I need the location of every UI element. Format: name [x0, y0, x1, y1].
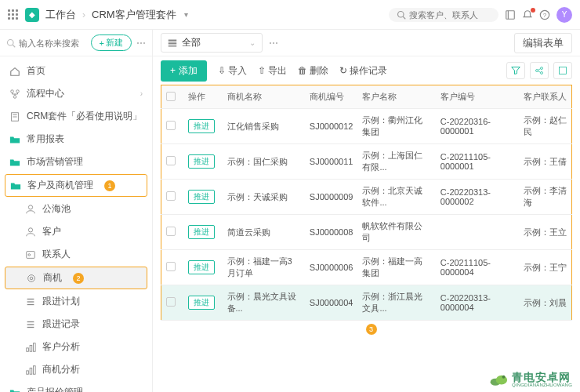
row-checkbox[interactable] [166, 227, 176, 236]
advance-button[interactable]: 推进 [188, 296, 215, 310]
advance-button[interactable]: 推进 [188, 260, 215, 274]
trash-icon: 🗑 [298, 65, 307, 76]
row-checkbox[interactable] [166, 262, 176, 271]
bell-icon[interactable] [522, 9, 533, 20]
view-more-icon[interactable]: ⋯ [269, 38, 278, 49]
cell-code: SJ0000006 [305, 250, 358, 285]
export-button[interactable]: ⇧导出 [258, 64, 287, 78]
svg-rect-28 [34, 343, 36, 351]
list-icon [25, 296, 36, 307]
advance-button[interactable]: 推进 [188, 190, 215, 204]
table-row[interactable]: 推进示例：国仁采购SJ0000011示例：上海国仁有限...C-20211105… [161, 144, 572, 180]
share-button[interactable] [530, 62, 549, 79]
sidebar-item-11[interactable]: 跟进记录 [0, 313, 152, 336]
apps-grid-icon[interactable] [8, 9, 19, 20]
sidebar-item-14[interactable]: 产品报价管理 [0, 381, 152, 392]
folder-icon [10, 180, 21, 191]
cell-code: SJ0000012 [305, 109, 358, 144]
sidebar-item-label: 跟进计划 [42, 295, 80, 308]
sidebar-item-9[interactable]: 商机2 [5, 267, 147, 289]
cell-name: 示例：国仁采购 [223, 144, 305, 180]
sidebar-search[interactable] [6, 38, 86, 48]
breadcrumb-current[interactable]: CRM客户管理套件 [92, 8, 176, 22]
list-icon [25, 319, 36, 330]
advance-button[interactable]: 推进 [188, 119, 215, 133]
sidebar-item-7[interactable]: 客户 [0, 220, 152, 243]
column-header[interactable]: 商机编号 [305, 85, 358, 109]
sidebar-item-label: 公海池 [42, 202, 71, 216]
cell-contact: 示例：李清海 [519, 180, 572, 215]
svg-point-14 [28, 205, 32, 209]
column-header[interactable]: 客户联系人 [519, 85, 572, 109]
help-icon[interactable]: ? [539, 9, 550, 20]
brand-label[interactable]: 工作台 [45, 8, 76, 22]
svg-point-6 [8, 39, 14, 45]
chart-icon [25, 365, 36, 376]
table-row[interactable]: 推进示例：天诚采购SJ0000009示例：北京天诚软件...C-20220313… [161, 180, 572, 215]
breadcrumb-separator: › [82, 9, 85, 20]
svg-point-42 [496, 376, 507, 385]
sidebar-item-12[interactable]: 客户分析 [0, 336, 152, 358]
sidebar-item-0[interactable]: 首页 [0, 60, 152, 82]
sidebar-item-3[interactable]: 常用报表 [0, 128, 152, 151]
table-row[interactable]: 推进示例：福建一高3月订单SJ0000006示例：福建一高集团C-2021110… [161, 250, 572, 285]
svg-point-9 [16, 89, 20, 93]
filter-button[interactable] [506, 62, 525, 79]
table-row[interactable]: 推进示例：晨光文具设备...SJ0000004示例：浙江晨光文具...C-202… [161, 285, 572, 321]
advance-button[interactable]: 推进 [188, 225, 215, 239]
column-header[interactable]: 商机名称 [223, 85, 305, 109]
edit-form-button[interactable]: 编辑表单 [514, 33, 572, 53]
table-row[interactable]: 推进简道云采购SJ0000008帆软软件有限公司示例：王立 [161, 215, 572, 250]
avatar[interactable]: Y [556, 7, 572, 23]
sidebar-item-5[interactable]: 客户及商机管理1 [5, 174, 147, 197]
sidebar-item-label: 常用报表 [27, 132, 64, 146]
svg-line-7 [13, 45, 15, 47]
chart-icon [25, 342, 36, 353]
log-button[interactable]: ↻操作记录 [339, 64, 387, 78]
table-row[interactable]: 推进江化销售采购SJ0000012示例：衢州江化集团C-20220316-000… [161, 109, 572, 144]
svg-rect-33 [169, 42, 177, 44]
column-header[interactable]: 客户编号 [436, 85, 519, 109]
sidebar-item-label: CRM套件「必看使用说明」 [27, 110, 142, 123]
sidebar-search-input[interactable] [19, 38, 82, 48]
list-view-icon [168, 38, 177, 48]
sidebar-item-10[interactable]: 跟进计划 [0, 290, 152, 313]
sidebar-item-2[interactable]: CRM套件「必看使用说明」 [0, 105, 152, 128]
contact-icon [25, 249, 36, 260]
chevron-down-icon[interactable]: ▾ [184, 10, 188, 19]
svg-rect-40 [560, 67, 567, 74]
sidebar-item-4[interactable]: 市场营销管理 [0, 151, 152, 173]
add-button[interactable]: +添加 [161, 60, 207, 82]
sidebar-item-label: 跟进记录 [42, 318, 80, 331]
row-checkbox[interactable] [166, 191, 176, 201]
cell-code: SJ0000008 [305, 215, 358, 250]
logo-icon: ◆ [25, 8, 39, 22]
checkbox-all[interactable] [166, 92, 176, 101]
row-checkbox[interactable] [166, 156, 176, 165]
sidebar-item-13[interactable]: 商机分析 [0, 358, 152, 381]
sidebar-item-6[interactable]: 公海池 [0, 198, 152, 220]
sidebar-item-label: 产品报价管理 [27, 386, 83, 392]
row-checkbox[interactable] [166, 297, 176, 307]
global-search[interactable] [389, 8, 498, 22]
cell-name: 示例：晨光文具设备... [223, 285, 305, 321]
more-icon[interactable]: ⋯ [136, 38, 146, 49]
column-header[interactable]: 操作 [183, 85, 223, 109]
global-search-input[interactable] [409, 10, 488, 20]
svg-point-18 [28, 274, 35, 281]
sidebar-item-1[interactable]: 流程中心› [0, 82, 152, 105]
watermark-icon [488, 372, 509, 387]
sidebar-item-8[interactable]: 联系人 [0, 243, 152, 266]
book-icon[interactable] [505, 9, 516, 20]
column-header[interactable]: 客户名称 [357, 85, 435, 109]
import-button[interactable]: ⇩导入 [218, 64, 247, 78]
settings-button[interactable] [553, 62, 572, 79]
row-checkbox[interactable] [166, 121, 176, 130]
view-selector[interactable]: 全部 ⌄ [161, 33, 263, 53]
advance-button[interactable]: 推进 [188, 154, 215, 169]
delete-button[interactable]: 🗑删除 [298, 64, 328, 78]
callout-badge-3: 3 [366, 324, 377, 335]
cell-cust-code: C-20220316-0000001 [436, 109, 519, 144]
new-button[interactable]: +新建 [91, 34, 132, 51]
home-icon [9, 66, 20, 77]
